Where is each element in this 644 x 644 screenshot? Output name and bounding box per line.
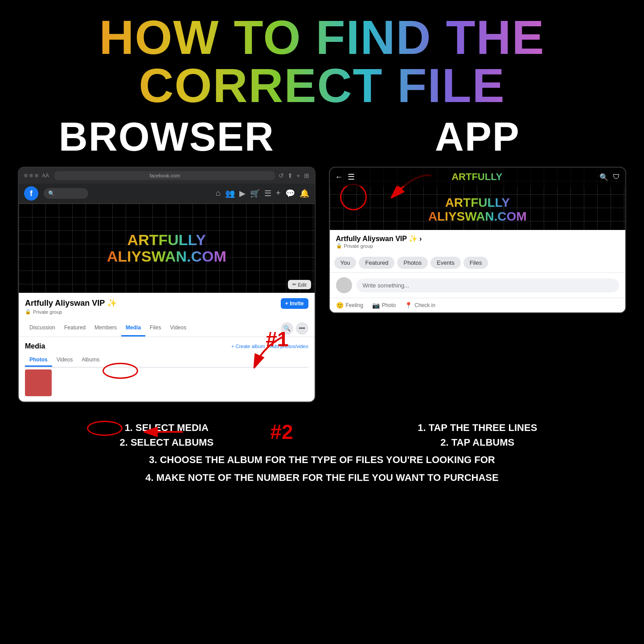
share-icon[interactable]: ⬆: [287, 172, 293, 179]
marketplace-icon[interactable]: 🛒: [250, 189, 260, 198]
lock-icon: 🔒: [25, 309, 31, 315]
app-tab-events[interactable]: Events: [431, 257, 461, 269]
people-icon[interactable]: 👥: [225, 189, 235, 198]
media-action-links: + Create album Add photos/video: [231, 344, 308, 349]
group-privacy: 🔒 Private group: [25, 309, 117, 315]
media-subtabs: Photos Videos Albums: [25, 354, 308, 368]
group-cover-title: ARTFULLYALIYSWAN.COM: [107, 232, 226, 265]
photo-action[interactable]: 📷 Photo: [372, 302, 396, 309]
browser-label: BROWSER: [59, 114, 275, 160]
fb-search-bar[interactable]: 🔍: [44, 188, 88, 199]
app-group-info: Artfully Aliyswan VIP ✨ › 🔒 Private grou…: [330, 230, 626, 253]
app-write-input[interactable]: Write something...: [357, 279, 619, 292]
app-group-name-arrow: ›: [419, 235, 422, 243]
browser-url[interactable]: facebook.com: [54, 171, 275, 180]
browser-instr-2: 2. SELECT ALBUMS: [18, 435, 316, 450]
aa-label: AA: [42, 172, 49, 179]
privacy-label: Private group: [33, 309, 62, 315]
tab-members[interactable]: Members: [90, 320, 121, 336]
app-shield-icon[interactable]: 🛡: [613, 173, 620, 181]
media-section: Media + Create album Add photos/video Ph…: [19, 337, 315, 402]
grid-icon[interactable]: ⊞: [304, 172, 309, 179]
media-header: Media + Create album Add photos/video: [25, 342, 308, 350]
group-cover-image: ARTFULLYALIYSWAN.COM ✏ Edit: [19, 204, 315, 293]
app-mockup-wrapper: ← ☰ ARTFULLY 🔍 🛡 ARTFULLYALIYSWAN.COM: [329, 167, 627, 313]
app-post-actions: 🙂 Feeling 📷 Photo 📍 Check in: [330, 298, 626, 312]
hamburger-icon[interactable]: ☰: [348, 172, 355, 182]
browser-column: BROWSER AA facebook.com ↺: [18, 114, 316, 402]
app-group-privacy: 🔒 Private group: [336, 243, 619, 249]
app-lock-icon: 🔒: [336, 243, 342, 249]
browser-icons: ↺ ⬆ + ⊞: [279, 172, 309, 179]
app-group-name-text: Artfully Aliyswan VIP ✨: [336, 234, 418, 243]
reload-icon[interactable]: ↺: [279, 172, 284, 179]
app-tab-you[interactable]: You: [334, 257, 357, 269]
app-header-image: ← ☰ ARTFULLY 🔍 🛡 ARTFULLYALIYSWAN.COM: [330, 168, 626, 230]
app-column: APP ← ☰ ARTFULLY 🔍 🛡: [329, 114, 627, 402]
browser-mockup-wrapper: AA facebook.com ↺ ⬆ + ⊞ f 🔍: [18, 167, 316, 402]
app-group-name: Artfully Aliyswan VIP ✨ ›: [336, 234, 619, 243]
app-post-box: Write something...: [330, 273, 626, 298]
tab-files[interactable]: Files: [145, 320, 165, 336]
dot-2: [29, 174, 33, 177]
dot-1: [24, 174, 28, 177]
app-mockup: ← ☰ ARTFULLY 🔍 🛡 ARTFULLYALIYSWAN.COM: [329, 167, 627, 313]
app-cover-title: ARTFULLYALIYSWAN.COM: [428, 196, 527, 224]
fb-logo: f: [24, 186, 38, 201]
dot-3: [35, 174, 38, 177]
invite-button[interactable]: + Invite: [281, 298, 308, 309]
browser-dots: [24, 174, 38, 177]
tab-videos[interactable]: Videos: [165, 320, 190, 336]
bottom-instructions: 1. SELECT MEDIA 2. SELECT ALBUMS 1. TAP …: [18, 420, 626, 450]
back-icon[interactable]: ←: [335, 172, 343, 182]
tab-actions: 🔍 •••: [281, 322, 308, 335]
subtab-photos[interactable]: Photos: [25, 354, 52, 367]
messenger-icon[interactable]: 💬: [285, 189, 295, 198]
checkin-action[interactable]: 📍 Check in: [405, 302, 435, 309]
home-icon[interactable]: ⌂: [216, 189, 221, 198]
subtab-albums[interactable]: Albums: [77, 354, 104, 367]
app-privacy-label: Private group: [344, 243, 373, 249]
group-info-section: Artfully Aliyswan VIP ✨ 🔒 Private group …: [19, 293, 315, 320]
full-instruction-4: 4. MAKE NOTE OF THE NUMBER FOR THE FILE …: [18, 470, 626, 485]
app-tabs: You Featured Photos Events Files: [330, 253, 626, 273]
bell-icon[interactable]: 🔔: [299, 189, 309, 198]
feeling-action[interactable]: 🙂 Feeling: [336, 302, 363, 309]
add-photos-link[interactable]: Add photos/video: [270, 344, 308, 349]
feeling-icon: 🙂: [336, 302, 344, 309]
app-tab-files[interactable]: Files: [464, 257, 488, 269]
media-thumbnails: [25, 369, 308, 396]
app-user-avatar: [336, 277, 352, 293]
main-container: HOW TO FIND THE CORRECT FILE BROWSER AA …: [0, 0, 644, 644]
media-section-title: Media: [25, 342, 45, 350]
tab-featured[interactable]: Featured: [60, 320, 90, 336]
add-tab-icon[interactable]: +: [296, 172, 300, 179]
plus-icon[interactable]: +: [276, 189, 281, 198]
app-nav-right-icons: 🔍 🛡: [599, 173, 620, 181]
app-tab-photos[interactable]: Photos: [397, 257, 427, 269]
browser-instr-1: 1. SELECT MEDIA: [18, 420, 316, 435]
checkin-label: Check in: [414, 302, 435, 308]
more-tab-btn[interactable]: •••: [296, 322, 308, 335]
two-column-section: BROWSER AA facebook.com ↺: [18, 114, 626, 402]
app-nav-bar: ← ☰ ARTFULLY 🔍 🛡: [330, 168, 626, 186]
group-name: Artfully Aliyswan VIP ✨: [25, 298, 117, 308]
tab-media[interactable]: Media: [121, 320, 145, 336]
edit-button[interactable]: ✏ Edit: [288, 280, 311, 289]
full-instruction-3: 3. CHOOSE THE ALBUM FOR THE TYPE OF FILE…: [18, 452, 626, 468]
video-icon[interactable]: ▶: [239, 189, 246, 198]
app-group-title: ARTFULLY: [359, 171, 595, 183]
browser-instructions: 1. SELECT MEDIA 2. SELECT ALBUMS: [18, 420, 316, 450]
thumb-1: [25, 369, 52, 396]
tab-discussion[interactable]: Discussion: [25, 320, 60, 336]
menu-icon[interactable]: ☰: [264, 189, 271, 198]
create-album-link[interactable]: + Create album: [231, 344, 265, 349]
app-search-icon[interactable]: 🔍: [599, 173, 608, 181]
browser-bar: AA facebook.com ↺ ⬆ + ⊞: [19, 168, 315, 184]
group-tabs: Discussion Featured Members Media Files …: [19, 320, 315, 337]
app-tab-featured[interactable]: Featured: [359, 257, 394, 269]
search-tab-btn[interactable]: 🔍: [281, 322, 293, 335]
main-title: HOW TO FIND THE CORRECT FILE: [18, 13, 626, 110]
feeling-label: Feeling: [346, 302, 363, 308]
subtab-videos[interactable]: Videos: [52, 354, 77, 367]
